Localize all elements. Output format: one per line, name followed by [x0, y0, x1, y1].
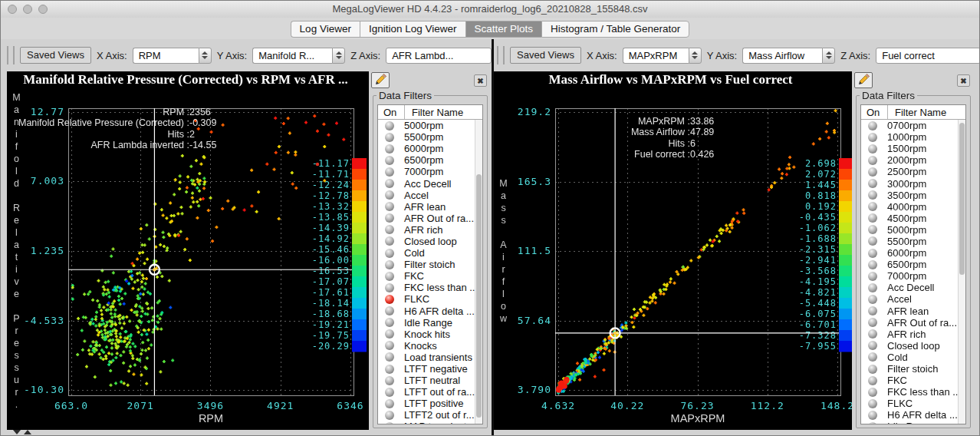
y-axis-select[interactable]: Manifold R... [252, 48, 345, 64]
filter-row[interactable]: 6000rpm [861, 247, 958, 259]
stepper-icon[interactable] [199, 48, 212, 64]
filter-row[interactable]: Idle Range [861, 421, 958, 424]
filter-row[interactable]: LTFT positive [378, 398, 475, 409]
filter-row[interactable]: 6500rpm [861, 259, 958, 270]
filter-toggle-ball-icon[interactable] [868, 144, 877, 154]
filter-toggle-ball-icon[interactable] [385, 156, 394, 165]
filter-toggle-ball-icon[interactable] [385, 365, 394, 374]
filter-toggle-ball-icon[interactable] [868, 167, 877, 177]
tab-histogram-table-generator[interactable]: Histogram / Table Generator [541, 21, 689, 38]
filter-toggle-ball-icon[interactable] [385, 121, 394, 130]
filter-row[interactable]: Acc Decell [861, 282, 958, 293]
filter-row[interactable]: 4500rpm [861, 213, 958, 224]
filter-row[interactable]: 3500rpm [861, 190, 958, 201]
scatter-plot-right[interactable]: Mass Airflow vs MAPxRPM vs Fuel correct … [494, 71, 852, 430]
filter-row[interactable]: AFR Out of ra... [378, 213, 475, 224]
filter-row[interactable]: Knock hits [378, 329, 475, 340]
filter-toggle-ball-icon[interactable] [868, 179, 877, 188]
filter-toggle-ball-icon[interactable] [385, 283, 394, 292]
filter-row[interactable]: Closed loop [861, 340, 958, 352]
filter-row[interactable]: 5500rpm [378, 131, 475, 143]
z-axis-field[interactable]: AFR Lambd... [386, 48, 492, 64]
close-icon[interactable]: ✖ [957, 74, 970, 87]
filter-row[interactable]: AFR lean [861, 306, 958, 317]
filter-row[interactable]: 2500rpm [861, 166, 958, 177]
tab-ignition-log-viewer[interactable]: Ignition Log Viewer [360, 21, 465, 38]
filter-row[interactable]: AFR rich [378, 224, 475, 236]
filter-toggle-ball-icon[interactable] [868, 422, 877, 424]
filter-toggle-ball-icon[interactable] [385, 341, 394, 350]
filter-row[interactable]: AFR Out of ra... [861, 317, 958, 329]
filter-toggle-ball-icon[interactable] [868, 156, 877, 165]
filter-row[interactable]: Filter stoich [861, 363, 958, 375]
saved-views-button[interactable]: Saved Views [510, 47, 581, 64]
filter-toggle-ball-icon[interactable] [385, 295, 394, 304]
toolbar-grip-icon[interactable] [7, 46, 15, 64]
x-axis-select[interactable]: MAPxRPM [623, 48, 702, 64]
filter-toggle-ball-icon[interactable] [868, 272, 877, 281]
filter-toggle-ball-icon[interactable] [385, 179, 394, 188]
filter-toggle-ball-icon[interactable] [385, 213, 394, 223]
filter-row[interactable]: FKC less than ... [861, 386, 958, 398]
filter-toggle-ball-icon[interactable] [385, 167, 394, 177]
filter-scrollbar[interactable] [475, 120, 482, 424]
filter-toggle-ball-icon[interactable] [385, 144, 394, 154]
filter-row[interactable]: 6500rpm [378, 154, 475, 166]
close-icon[interactable]: ✖ [474, 74, 487, 87]
filter-row[interactable]: LTFT2 out of r... [378, 409, 475, 421]
filter-row[interactable]: AFR lean [378, 201, 475, 213]
filter-toggle-ball-icon[interactable] [868, 306, 877, 315]
filter-row[interactable]: Filter stoich [378, 259, 475, 270]
splitter-collapse-icons[interactable] [13, 429, 31, 434]
filter-row[interactable]: 7000rpm [861, 270, 958, 282]
filter-toggle-ball-icon[interactable] [868, 352, 877, 362]
filter-row[interactable]: 2000rpm [861, 154, 958, 166]
filter-row[interactable]: 7000rpm [378, 166, 475, 177]
filter-row[interactable]: 3000rpm [861, 177, 958, 189]
filter-toggle-ball-icon[interactable] [868, 236, 877, 246]
z-axis-field[interactable]: Fuel correct [876, 48, 980, 64]
filter-row[interactable]: 4000rpm [861, 201, 958, 213]
filter-toggle-ball-icon[interactable] [385, 352, 394, 362]
filter-toggle-ball-icon[interactable] [385, 225, 394, 234]
filter-toggle-ball-icon[interactable] [868, 249, 877, 258]
filter-row[interactable]: Cold [861, 352, 958, 363]
filter-row[interactable]: FLKC [861, 398, 958, 409]
edit-pencil-button[interactable] [854, 72, 873, 88]
scatter-plot-left[interactable]: Manifold Relative Pressure (Corrected) v… [7, 71, 369, 430]
stepper-icon[interactable] [822, 48, 835, 64]
filter-row[interactable]: Idle Range [378, 317, 475, 329]
filter-row[interactable]: H6 AFR delta ... [861, 409, 958, 421]
filter-toggle-ball-icon[interactable] [385, 329, 394, 339]
filter-row[interactable]: H6 AFR delta ... [378, 306, 475, 317]
scrollbar-thumb[interactable] [476, 174, 482, 418]
filter-row[interactable]: Knocks [378, 340, 475, 352]
filter-toggle-ball-icon[interactable] [868, 329, 877, 339]
filter-toggle-ball-icon[interactable] [385, 388, 394, 397]
y-axis-select[interactable]: Mass Airflow [742, 48, 835, 64]
filter-row[interactable]: 1000rpm [861, 131, 958, 143]
toolbar-grip-icon[interactable] [497, 46, 505, 64]
filter-row[interactable]: Load transients [378, 352, 475, 363]
filter-toggle-ball-icon[interactable] [868, 202, 877, 211]
filter-toggle-ball-icon[interactable] [868, 133, 877, 142]
filter-toggle-ball-icon[interactable] [868, 260, 877, 269]
filter-toggle-ball-icon[interactable] [868, 376, 877, 385]
filter-row[interactable]: 1500rpm [861, 143, 958, 154]
filter-toggle-ball-icon[interactable] [385, 411, 394, 420]
filter-toggle-ball-icon[interactable] [868, 341, 877, 350]
edit-pencil-button[interactable] [371, 72, 390, 88]
filter-row[interactable]: FKC [378, 270, 475, 282]
filter-toggle-ball-icon[interactable] [868, 388, 877, 397]
filter-row[interactable]: 6000rpm [378, 143, 475, 154]
filter-toggle-ball-icon[interactable] [385, 399, 394, 408]
filter-row[interactable]: MAP transients [378, 421, 475, 424]
filter-row[interactable]: AFR rich [861, 329, 958, 340]
filter-toggle-ball-icon[interactable] [868, 213, 877, 223]
filter-toggle-ball-icon[interactable] [868, 283, 877, 292]
filter-row[interactable]: 5000rpm [378, 120, 475, 131]
filter-scrollbar[interactable] [958, 120, 965, 424]
filter-row[interactable]: 0700rpm [861, 120, 958, 131]
filter-toggle-ball-icon[interactable] [385, 260, 394, 269]
x-axis-select[interactable]: RPM [133, 48, 212, 64]
